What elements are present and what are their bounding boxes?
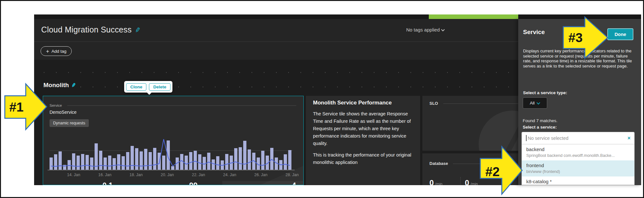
markdown-tile[interactable]: Monolith Service Performance The Service… xyxy=(306,96,420,185)
divider xyxy=(453,164,518,164)
edit-title-pencil-icon[interactable]: ✎ xyxy=(134,26,141,35)
service-search-row: × xyxy=(522,132,634,144)
x-axis-tick-label: 20. Jan xyxy=(161,173,174,177)
service-list-item[interactable]: frontendbin/www (frontend) xyxy=(522,160,634,176)
tile-actions-popup: Clone Delete xyxy=(124,81,172,93)
dashboard-toolbar: +Add tag xyxy=(34,42,518,60)
add-tag-button[interactable]: +Add tag xyxy=(41,46,72,56)
statements-unit: /min xyxy=(471,182,478,185)
chevron-down-icon xyxy=(537,101,540,104)
markdown-paragraph-2: This is tracking the performance of your… xyxy=(313,151,413,166)
service-item-detail: bin/www (frontend) xyxy=(526,169,630,174)
service-combobox: × backendSpringBoot backend com.ewolff.m… xyxy=(521,132,635,185)
dashboard-canvas: Monolith✎ Clone Delete Service DemoServi… xyxy=(34,60,518,185)
service-tile[interactable]: Service DemoService Dynamic requests 14.… xyxy=(43,96,304,185)
failed-requests-unit: % xyxy=(297,184,300,185)
plus-icon: + xyxy=(46,49,49,54)
service-chart: 14. Jan16. Jan18. Jan20. Jan22. Jan24. J… xyxy=(50,96,293,170)
slo-tile-label: SLO xyxy=(429,101,438,106)
service-list: backendSpringBoot backend com.ewolff.mon… xyxy=(522,144,634,185)
database-tile-label: Database xyxy=(429,161,448,166)
dashboard-titlebar: Cloud Migration Success✎ No tags applied xyxy=(34,19,518,42)
transactions-unit: /min xyxy=(435,182,443,185)
metric-divider xyxy=(460,177,461,185)
response-time-metric: 0.1ms Response Time xyxy=(85,181,136,185)
service-list-item[interactable]: backendSpringBoot backend com.ewolff.mon… xyxy=(522,144,634,160)
tags-dropdown[interactable]: No tags applied xyxy=(406,27,445,32)
slo-tile[interactable]: SLO xyxy=(422,96,518,151)
service-item-name: backend xyxy=(526,147,630,152)
tile-config-panel: Service Done Displays current key perfor… xyxy=(518,19,641,185)
service-search-input[interactable] xyxy=(527,135,628,141)
statements-metric: 0 /min Statements xyxy=(465,178,486,185)
done-button[interactable]: Done xyxy=(607,28,633,40)
service-type-label: Select a service type: xyxy=(523,90,567,95)
service-type-value: All xyxy=(530,101,535,105)
annotation-label-1: #1 xyxy=(9,100,24,114)
clone-button[interactable]: Clone xyxy=(126,83,147,91)
x-axis-tick-label: 26. Jan xyxy=(254,173,267,177)
service-type-dropdown[interactable]: All xyxy=(523,97,547,109)
screenshot-frame: Cloud Migration Success✎ No tags applied… xyxy=(0,0,644,198)
statements-value: 0 xyxy=(465,178,469,185)
matches-count: Found 7 matches. xyxy=(523,118,557,123)
x-axis-tick-label: 18. Jan xyxy=(129,173,143,177)
response-time-unit: ms xyxy=(114,184,119,185)
markdown-paragraph-1: The Service tile shows the average Respo… xyxy=(313,110,413,147)
x-axis-tick-label: 24. Jan xyxy=(223,173,236,177)
panel-title: Service xyxy=(523,29,545,36)
green-progress-bar xyxy=(429,14,518,19)
service-item-name: k8-catalog * xyxy=(526,179,630,184)
chevron-down-icon xyxy=(441,28,445,31)
response-time-value: 0.1 xyxy=(103,181,113,185)
text-caret xyxy=(526,135,527,141)
panel-description: Displays current key performance indicat… xyxy=(523,49,635,68)
x-axis-tick-label: 16. Jan xyxy=(98,173,111,177)
delete-button[interactable]: Delete xyxy=(149,83,170,91)
service-item-detail: SpringBoot backend com.ewolff.monolith.B… xyxy=(526,153,630,158)
requests-value: 99 xyxy=(189,181,198,185)
clear-icon[interactable]: × xyxy=(628,136,630,141)
edit-section-pencil-icon[interactable]: ✎ xyxy=(71,82,77,89)
markdown-tile-title: Monolith Service Performance xyxy=(313,100,413,106)
transactions-value: 0 xyxy=(429,178,434,185)
tags-dropdown-label: No tags applied xyxy=(406,27,440,32)
x-axis-tick-label: 14. Jan xyxy=(67,173,80,177)
requests-metric: 99/min Requests xyxy=(172,181,223,185)
divider xyxy=(443,104,518,104)
x-axis-tick-label: 22. Jan xyxy=(192,173,205,177)
select-service-label: Select a service: xyxy=(523,125,557,130)
failed-requests-value: 4 xyxy=(292,181,296,185)
requests-unit: /min xyxy=(198,184,206,185)
chart-baseline xyxy=(48,170,295,170)
transactions-metric: 0 /min Transactions xyxy=(429,178,453,185)
database-tile[interactable]: Database 0 /min Transactions 0 /min Stat… xyxy=(422,153,518,185)
dashboard-title: Cloud Migration Success✎ xyxy=(41,25,141,34)
top-strip xyxy=(34,14,641,19)
failed-requests-metric: 4% Failed requests xyxy=(249,181,300,185)
service-list-item[interactable]: k8-catalog * xyxy=(522,176,634,185)
chart-response-line xyxy=(50,96,293,170)
service-item-name: frontend xyxy=(526,163,630,168)
dashboard-area: Cloud Migration Success✎ No tags applied… xyxy=(34,19,518,185)
section-title: Monolith✎ xyxy=(43,82,76,89)
